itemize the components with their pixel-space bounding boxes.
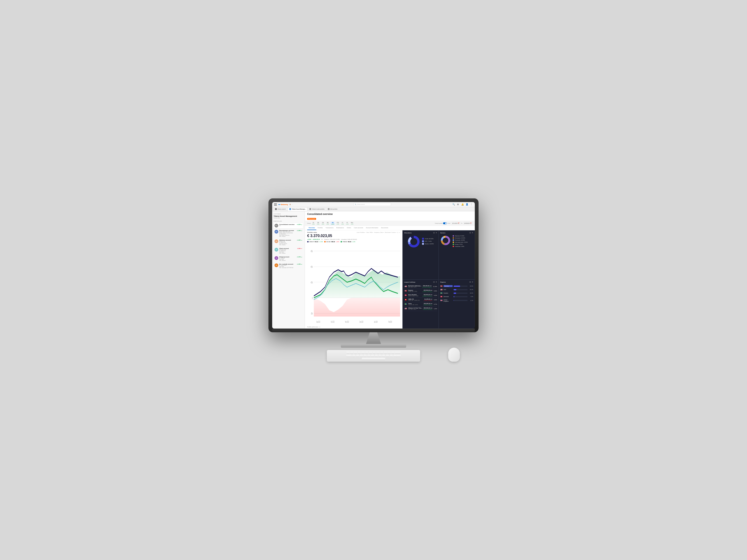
nav-tab-orders[interactable]: Orders bbox=[345, 226, 353, 230]
portfolio-item-all[interactable]: ALL Consolidated overview ALL +4.63% ▲ bbox=[274, 223, 303, 229]
search-placeholder: Global search bbox=[357, 204, 365, 205]
grid-icon[interactable]: ⊞ bbox=[456, 203, 460, 206]
close-icon[interactable]: ✕ bbox=[399, 232, 400, 233]
key[interactable] bbox=[371, 355, 374, 357]
tab-global-model[interactable]: Global model portfolio bbox=[308, 207, 326, 211]
tab-titleist-asset[interactable]: Titleist Asset Manage... bbox=[288, 207, 308, 211]
key[interactable] bbox=[356, 355, 359, 357]
period-btn-1m[interactable]: 1M+0.9% bbox=[321, 222, 325, 225]
portfolio-item-aa[interactable]: AA Advisory account Medium riskID: B09O1… bbox=[274, 238, 303, 246]
to-date-input[interactable]: 22/05/2024 📅 bbox=[463, 222, 472, 224]
key[interactable] bbox=[382, 355, 385, 357]
key[interactable] bbox=[387, 352, 391, 354]
nav-tab-account-info[interactable]: Account information bbox=[365, 226, 380, 230]
allocations-content: Funds: 66.02% ETF: 7.14% bbox=[404, 235, 437, 248]
holding-row-ishares[interactable]: 🇺🇸 iShares 1-3 Year Treasury SHY, MIC: X… bbox=[404, 306, 437, 311]
holding-row-berkshire[interactable]: 🇺🇸 Berkshire Hathaway Inc Class B BRK, M… bbox=[404, 285, 437, 289]
region-row-uk[interactable]: 🇬🇧 United Kingdom 0.7% bbox=[440, 298, 473, 303]
period-btn-6m[interactable]: 6M+4.43% bbox=[330, 222, 335, 225]
key[interactable] bbox=[379, 355, 382, 357]
holding-pct-equinor: 5.5% bbox=[434, 290, 437, 292]
key[interactable] bbox=[365, 352, 368, 354]
key[interactable] bbox=[360, 355, 363, 357]
key[interactable] bbox=[354, 352, 357, 354]
bench-item-2: D2 USA 998.36 -1.35% bbox=[324, 241, 339, 242]
logo: ●● tietoevry bbox=[278, 204, 288, 206]
user-icon[interactable]: 👤 bbox=[465, 203, 468, 206]
nav-tab-portfolio[interactable]: Portfolio bbox=[316, 226, 324, 230]
key[interactable] bbox=[346, 352, 350, 354]
period-btn-max[interactable]: Max+5.0% bbox=[350, 222, 354, 225]
holding-row-equinor[interactable]: 🇳🇴 Equinor EQNR, MIC: XOSL 405.452,02 NO… bbox=[404, 289, 437, 293]
bell-icon[interactable]: 🔔 bbox=[461, 203, 464, 206]
search-icon[interactable]: 🔍 bbox=[452, 203, 455, 206]
key[interactable] bbox=[358, 352, 361, 354]
region-bar-denmark bbox=[454, 296, 468, 297]
regions-close[interactable]: ✕ bbox=[472, 281, 473, 283]
dark-panel-grid: Allocations ⊡ ✕ bbox=[403, 230, 475, 329]
region-row-usa[interactable]: 🇺🇸 USA 20.1% bbox=[440, 288, 473, 291]
portfolio-item-va[interactable]: VA Virtual account ID: TM8090CM: NoneSRC… bbox=[274, 255, 303, 262]
sectors-expand[interactable]: ⊡ bbox=[469, 232, 471, 234]
nav-tab-cash-accounts[interactable]: Cash accounts bbox=[353, 226, 365, 230]
holding-row-volvo[interactable]: 🇸🇪 Volvo VOLV B, MIC: XSTO 205.302,52 SE… bbox=[404, 302, 437, 306]
mouse[interactable] bbox=[448, 348, 460, 362]
breadcrumb-sep: › bbox=[292, 204, 293, 205]
more-icon[interactable]: ⋮ bbox=[470, 203, 473, 206]
period-btn-1y[interactable]: 1Y+5.0% bbox=[340, 222, 344, 225]
sector-dot-aerospace bbox=[453, 237, 454, 239]
regions-expand[interactable]: ⊡ bbox=[469, 281, 471, 283]
tab-edit-portfolio[interactable]: Edit portfolio bbox=[326, 207, 339, 211]
key[interactable] bbox=[375, 355, 378, 357]
region-row-norway[interactable]: 🇳🇴 Norway 46.5% bbox=[440, 285, 473, 288]
key[interactable] bbox=[395, 352, 401, 354]
search-box[interactable]: 🔍 Global search bbox=[354, 203, 391, 206]
frequency-label: Frequency: Daily ▾ bbox=[374, 232, 384, 233]
key[interactable] bbox=[363, 355, 367, 357]
holding-row-novo[interactable]: 🇩🇰 Novo Nordisk NOVO B, MIC: XCSE 303.30… bbox=[404, 293, 437, 298]
spacebar[interactable] bbox=[362, 358, 385, 360]
key[interactable] bbox=[386, 355, 389, 357]
tab-clients-search[interactable]: Clients search bbox=[274, 207, 287, 211]
holdings-close[interactable]: ✕ bbox=[436, 281, 437, 283]
key[interactable] bbox=[376, 352, 380, 354]
portfolio-item-cu[interactable]: CU Ext. custody account ID: 15B87N248CM:… bbox=[274, 263, 303, 269]
nav-tab-realizations[interactable]: Realizations bbox=[335, 226, 345, 230]
portfolio-meta-all: ALL bbox=[279, 225, 296, 226]
hamburger-icon[interactable] bbox=[274, 204, 277, 206]
key[interactable] bbox=[391, 352, 394, 354]
key[interactable] bbox=[372, 352, 376, 354]
key[interactable] bbox=[367, 355, 370, 357]
key[interactable] bbox=[352, 355, 356, 357]
key[interactable] bbox=[350, 352, 354, 354]
portfolio-item-ca[interactable]: CA Client account Execution onlyID: B090… bbox=[274, 247, 303, 255]
allocations-expand[interactable]: ⊡ bbox=[433, 232, 435, 234]
from-date-input[interactable]: 22/11/2023 📅 bbox=[451, 222, 460, 224]
region-bar-fill-denmark bbox=[454, 296, 454, 297]
portfolio-item-da[interactable]: DA Discretionary account Name: Titleist … bbox=[274, 229, 303, 238]
key[interactable] bbox=[384, 352, 387, 354]
nav-tab-transactions[interactable]: Transactions bbox=[324, 226, 335, 230]
holdings-expand[interactable]: ⊡ bbox=[433, 281, 435, 283]
period-btn-3m[interactable]: 3M+0.8% bbox=[326, 222, 330, 225]
key[interactable] bbox=[393, 355, 401, 357]
key[interactable] bbox=[346, 355, 352, 357]
holding-ticker-novo: NOVO B, MIC: XCSE bbox=[408, 295, 422, 297]
period-btn-1d[interactable]: 1D+0.8% bbox=[311, 222, 315, 225]
nav-tab-overview[interactable]: Overview bbox=[307, 226, 316, 230]
key[interactable] bbox=[369, 352, 372, 354]
period-btn-1w[interactable]: 1W+0.8% bbox=[316, 222, 320, 225]
region-row-sweden[interactable]: 🇸🇪 Sweden 18.2% bbox=[440, 291, 473, 295]
key[interactable] bbox=[361, 352, 365, 354]
allocations-close[interactable]: ✕ bbox=[436, 232, 437, 234]
custom-period-toggle[interactable] bbox=[443, 222, 447, 224]
period-btn-5y[interactable]: 5Y+5.0% bbox=[345, 222, 349, 225]
expand-icon[interactable]: ⊡ bbox=[397, 232, 398, 233]
key[interactable] bbox=[380, 352, 383, 354]
holding-row-abb[interactable]: 🇨🇭 ABB LTD ABB6, MIC: XSWD (CH) 81.245,5… bbox=[404, 298, 437, 302]
region-row-denmark[interactable]: 🇩🇰 Denmark 4.2% bbox=[440, 295, 473, 298]
period-btn-ytd[interactable]: YTD+0.0% bbox=[336, 222, 340, 225]
key[interactable] bbox=[390, 355, 393, 357]
sectors-close[interactable]: ✕ bbox=[472, 232, 473, 234]
nav-tab-documents[interactable]: Documents bbox=[380, 226, 390, 230]
